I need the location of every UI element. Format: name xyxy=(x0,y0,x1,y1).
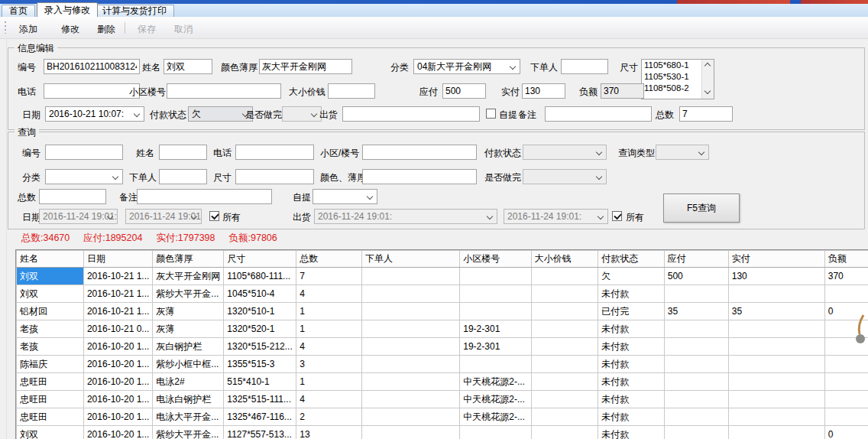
table-cell[interactable] xyxy=(824,285,868,303)
column-header[interactable]: 尺寸 xyxy=(224,251,296,268)
query-self-pickup-select[interactable] xyxy=(313,189,377,204)
table-cell[interactable] xyxy=(531,356,598,373)
column-header[interactable]: 下单人 xyxy=(362,251,460,268)
query-name-input[interactable] xyxy=(159,145,207,160)
query-number-input[interactable] xyxy=(45,145,123,160)
query-total-input[interactable] xyxy=(39,189,106,204)
table-cell[interactable] xyxy=(460,426,532,439)
add-button[interactable]: 添加 xyxy=(19,23,37,36)
table-cell[interactable] xyxy=(531,303,598,320)
query-date-from-picker[interactable]: 2016-11-24 19:01: xyxy=(39,209,118,224)
scroll-down-icon[interactable] xyxy=(704,88,711,94)
f5-query-button[interactable]: F5查询 xyxy=(663,193,740,223)
table-cell[interactable]: 19-2-301 xyxy=(460,320,532,338)
table-row[interactable]: 刘双2016-10-21 1...灰大平开金刚网1105*680-111...7… xyxy=(17,268,868,285)
orderer-input[interactable] xyxy=(561,59,608,74)
query-color-input[interactable] xyxy=(362,169,477,184)
table-cell[interactable]: 1325*467-116... xyxy=(224,408,296,426)
table-cell[interactable] xyxy=(531,320,598,338)
table-cell[interactable]: 紫纱大平开金... xyxy=(153,285,224,303)
table-cell[interactable]: 2016-10-21 1... xyxy=(83,285,152,303)
table-row[interactable]: 忠旺田2016-10-20 1...电泳白钢护栏1325*515-111...4… xyxy=(17,391,868,408)
table-cell[interactable] xyxy=(824,391,868,408)
table-row[interactable]: 忠旺田2016-10-20 1...电泳大平开金...1325*467-116.… xyxy=(17,408,868,426)
table-cell[interactable] xyxy=(824,338,868,356)
pay-status-select[interactable]: 欠 xyxy=(188,106,253,122)
query-size-input[interactable] xyxy=(235,169,314,184)
table-cell[interactable] xyxy=(664,426,728,439)
number-input[interactable] xyxy=(44,59,140,74)
table-cell[interactable]: 500 xyxy=(664,268,728,285)
table-cell[interactable] xyxy=(664,338,728,356)
table-cell[interactable] xyxy=(460,285,532,303)
table-cell[interactable]: 忠旺田 xyxy=(17,408,84,426)
phone-input[interactable] xyxy=(44,83,140,99)
table-cell[interactable] xyxy=(531,338,598,356)
paid-input[interactable] xyxy=(522,83,565,99)
table-cell[interactable]: 1045*510-4 xyxy=(224,285,296,303)
table-cell[interactable]: 刘双 xyxy=(17,268,84,285)
table-cell[interactable]: 已付完 xyxy=(598,303,665,320)
table-cell[interactable] xyxy=(362,320,460,338)
table-cell[interactable] xyxy=(664,408,728,426)
table-cell[interactable] xyxy=(824,408,868,426)
table-cell[interactable]: 2016-10-20 1... xyxy=(83,338,152,356)
table-cell[interactable]: 4 xyxy=(296,391,362,408)
table-cell[interactable] xyxy=(362,338,460,356)
table-cell[interactable]: 未付款 xyxy=(598,338,665,356)
table-cell[interactable] xyxy=(362,285,460,303)
table-cell[interactable]: 电泳大平开金... xyxy=(153,408,224,426)
table-cell[interactable]: 忠旺田 xyxy=(17,373,84,391)
query-phone-input[interactable] xyxy=(235,145,314,160)
table-cell[interactable] xyxy=(531,268,598,285)
table-cell[interactable]: 1320*520-1 xyxy=(224,320,296,338)
column-header[interactable]: 总数 xyxy=(296,251,362,268)
table-cell[interactable] xyxy=(664,285,728,303)
table-cell[interactable]: 2016-10-20 1... xyxy=(83,391,152,408)
table-cell[interactable] xyxy=(362,408,460,426)
table-cell[interactable] xyxy=(531,391,598,408)
scroll-up-icon[interactable] xyxy=(704,63,711,69)
table-cell[interactable]: 2 xyxy=(296,408,362,426)
table-cell[interactable]: 19-2-301 xyxy=(460,338,532,356)
table-cell[interactable]: 灰薄 xyxy=(153,303,224,320)
modify-button[interactable]: 修改 xyxy=(61,23,79,36)
query-pay-status-select[interactable] xyxy=(523,145,607,160)
table-cell[interactable]: 中天桃花源2-... xyxy=(460,373,532,391)
table-cell[interactable]: 2016-10-20 1... xyxy=(83,426,152,439)
table-cell[interactable]: 370 xyxy=(824,268,868,285)
notes-input[interactable] xyxy=(545,106,652,122)
table-cell[interactable] xyxy=(824,320,868,338)
table-cell[interactable]: 130 xyxy=(728,268,824,285)
table-cell[interactable] xyxy=(362,426,460,439)
table-cell[interactable]: 2016-10-20 1... xyxy=(83,373,152,391)
table-cell[interactable]: 2016-10-20 1... xyxy=(83,356,152,373)
column-header[interactable]: 姓名 xyxy=(17,251,84,268)
table-cell[interactable]: 未付款 xyxy=(598,356,665,373)
table-cell[interactable] xyxy=(362,391,460,408)
cancel-button[interactable]: 取消 xyxy=(174,23,193,36)
table-cell[interactable] xyxy=(531,426,598,439)
table-cell[interactable]: 2016-10-21 0... xyxy=(83,320,152,338)
table-cell[interactable]: 未付款 xyxy=(598,373,665,391)
table-cell[interactable]: 紫纱大平开金... xyxy=(153,426,224,439)
table-cell[interactable] xyxy=(728,426,824,439)
query-orderer-input[interactable] xyxy=(159,169,207,184)
table-row[interactable]: 刘双2016-10-21 1...紫纱大平开金...1045*510-44未付款 xyxy=(17,285,868,303)
table-cell[interactable]: 515*410-1 xyxy=(224,373,296,391)
category-select[interactable]: 04新大平开金刚网 xyxy=(413,59,520,74)
table-cell[interactable] xyxy=(728,285,824,303)
building-input[interactable] xyxy=(167,83,281,99)
delete-button[interactable]: 删除 xyxy=(97,23,115,36)
table-cell[interactable]: 铝材回 xyxy=(17,303,84,320)
table-cell[interactable] xyxy=(362,303,460,320)
table-cell[interactable]: 老孩 xyxy=(17,338,84,356)
table-cell[interactable]: 未付款 xyxy=(598,320,665,338)
table-cell[interactable] xyxy=(664,373,728,391)
table-cell[interactable]: 0 xyxy=(824,426,868,439)
table-cell[interactable] xyxy=(728,338,824,356)
table-cell[interactable] xyxy=(460,356,532,373)
table-cell[interactable]: 灰薄 xyxy=(153,320,224,338)
column-header[interactable]: 大小价钱 xyxy=(531,251,598,268)
shipment-input[interactable] xyxy=(342,106,480,122)
